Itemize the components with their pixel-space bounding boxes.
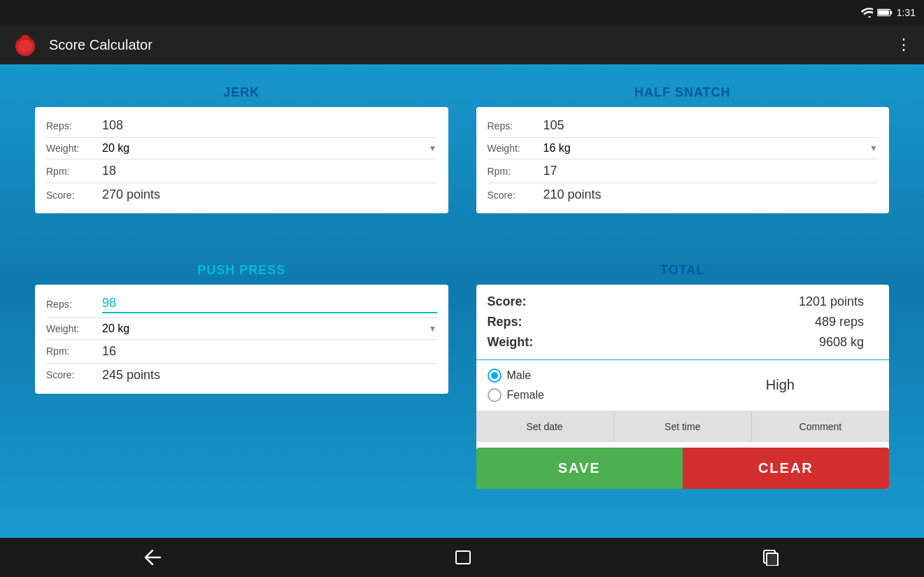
total-data: Score: 1201 points Reps: 489 reps Weight… <box>476 285 890 359</box>
jerk-score-label: Score: <box>46 190 102 201</box>
jerk-title: JERK <box>35 85 448 100</box>
total-reps-value: 489 reps <box>599 315 879 329</box>
jerk-weight-dropdown[interactable]: ▼ <box>429 143 437 153</box>
total-reps-label: Reps: <box>488 315 599 329</box>
bottom-nav <box>0 538 924 577</box>
snatch-weight-value: 16 kg <box>543 142 571 155</box>
jerk-weight-value: 20 kg <box>102 142 129 155</box>
svg-rect-6 <box>22 35 29 39</box>
female-option[interactable]: Female <box>488 388 683 402</box>
status-time: 1:31 <box>897 7 916 18</box>
snatch-weight-field[interactable]: 16 kg ▼ <box>543 142 879 155</box>
snatch-weight-dropdown[interactable]: ▼ <box>869 143 878 153</box>
total-score-row: Score: 1201 points <box>488 292 879 312</box>
jerk-score-value: 270 points <box>102 187 437 202</box>
jerk-reps-row: Reps: 108 <box>46 114 437 138</box>
press-reps-label: Reps: <box>46 299 102 310</box>
battery-icon <box>877 8 893 17</box>
set-time-button[interactable]: Set time <box>614 411 752 442</box>
status-icons: 1:31 <box>860 7 916 18</box>
comment-button[interactable]: Comment <box>752 411 889 442</box>
back-button[interactable] <box>145 550 164 565</box>
total-weight-value: 9608 kg <box>599 335 879 350</box>
app-icon <box>11 31 39 59</box>
recent-button[interactable] <box>762 549 779 566</box>
jerk-section: JERK Reps: 108 Weight: 20 kg ▼ Rpm: 18 S… <box>21 78 462 256</box>
save-clear-row: SAVE CLEAR <box>476 448 890 489</box>
jerk-weight-field[interactable]: 20 kg ▼ <box>102 142 437 155</box>
half-snatch-section: HALF SNATCH Reps: 105 Weight: 16 kg ▼ Rp… <box>462 78 904 256</box>
half-snatch-title: HALF SNATCH <box>476 85 890 100</box>
press-score-row: Score: 245 points <box>46 364 437 387</box>
push-press-card: Reps: 98 Weight: 20 kg ▼ Rpm: 16 Score: … <box>35 285 448 394</box>
jerk-weight-row: Weight: 20 kg ▼ <box>46 138 437 159</box>
press-rpm-value[interactable]: 16 <box>102 344 437 359</box>
snatch-rpm-row: Rpm: 17 <box>488 159 879 183</box>
jerk-reps-label: Reps: <box>46 120 102 131</box>
snatch-reps-value[interactable]: 105 <box>543 118 879 133</box>
total-weight-label: Weight: <box>488 335 599 350</box>
press-score-label: Score: <box>46 369 102 380</box>
main-content: JERK Reps: 108 Weight: 20 kg ▼ Rpm: 18 S… <box>0 64 924 538</box>
wifi-icon <box>860 8 873 17</box>
male-radio[interactable] <box>488 369 502 383</box>
rating-value: High <box>683 377 878 393</box>
home-button[interactable] <box>454 549 472 566</box>
menu-button[interactable]: ⋮ <box>896 36 913 54</box>
press-weight-value: 20 kg <box>102 322 129 335</box>
svg-rect-10 <box>767 553 778 566</box>
svg-rect-8 <box>456 551 470 564</box>
press-rpm-row: Rpm: 16 <box>46 340 437 364</box>
press-weight-row: Weight: 20 kg ▼ <box>46 318 437 340</box>
total-card: Score: 1201 points Reps: 489 reps Weight… <box>476 285 890 489</box>
svg-rect-3 <box>890 11 892 15</box>
press-reps-row: Reps: 98 <box>46 292 437 318</box>
female-radio[interactable] <box>488 388 502 402</box>
total-reps-row: Reps: 489 reps <box>488 312 879 332</box>
press-rpm-label: Rpm: <box>46 346 102 357</box>
save-button[interactable]: SAVE <box>476 448 683 489</box>
total-score-value: 1201 points <box>599 294 879 309</box>
push-press-title: PUSH PRESS <box>35 263 448 278</box>
press-score-value: 245 points <box>102 368 437 383</box>
press-reps-value[interactable]: 98 <box>102 296 437 313</box>
gender-options: Male Female <box>488 369 683 402</box>
snatch-rpm-value[interactable]: 17 <box>543 164 879 178</box>
set-date-button[interactable]: Set date <box>476 411 614 442</box>
jerk-card: Reps: 108 Weight: 20 kg ▼ Rpm: 18 Score:… <box>35 107 448 213</box>
svg-point-0 <box>868 16 871 17</box>
total-score-label: Score: <box>488 294 599 309</box>
jerk-reps-value[interactable]: 108 <box>102 118 437 133</box>
app-title: Score Calculator <box>49 37 896 53</box>
svg-rect-2 <box>878 10 889 15</box>
total-weight-row: Weight: 9608 kg <box>488 332 879 352</box>
jerk-rpm-value[interactable]: 18 <box>102 164 437 178</box>
snatch-score-label: Score: <box>488 190 543 201</box>
male-radio-inner <box>491 372 498 379</box>
gender-rating-panel: Male Female High <box>476 360 890 411</box>
status-bar: 1:31 <box>0 0 924 25</box>
push-press-section: PUSH PRESS Reps: 98 Weight: 20 kg ▼ Rpm:… <box>21 256 462 532</box>
half-snatch-card: Reps: 105 Weight: 16 kg ▼ Rpm: 17 Score:… <box>476 107 890 213</box>
snatch-score-row: Score: 210 points <box>488 183 879 206</box>
total-title: TOTAL <box>476 263 890 278</box>
jerk-weight-label: Weight: <box>46 143 102 154</box>
total-section: TOTAL Score: 1201 points Reps: 489 reps … <box>462 256 904 532</box>
snatch-rpm-label: Rpm: <box>488 166 543 177</box>
jerk-rpm-row: Rpm: 18 <box>46 159 437 183</box>
female-label: Female <box>507 389 544 401</box>
snatch-reps-label: Reps: <box>488 120 543 131</box>
male-option[interactable]: Male <box>488 369 683 383</box>
snatch-reps-row: Reps: 105 <box>488 114 879 138</box>
snatch-weight-label: Weight: <box>488 143 543 154</box>
press-weight-dropdown[interactable]: ▼ <box>429 324 437 334</box>
press-weight-field[interactable]: 20 kg ▼ <box>102 322 437 335</box>
clear-button[interactable]: CLEAR <box>683 448 889 489</box>
app-bar: Score Calculator ⋮ <box>0 25 924 64</box>
snatch-weight-row: Weight: 16 kg ▼ <box>488 138 879 159</box>
press-weight-label: Weight: <box>46 323 102 334</box>
jerk-rpm-label: Rpm: <box>46 166 102 177</box>
snatch-score-value: 210 points <box>543 187 879 202</box>
jerk-score-row: Score: 270 points <box>46 183 437 206</box>
action-buttons: Set date Set time Comment <box>476 411 890 442</box>
